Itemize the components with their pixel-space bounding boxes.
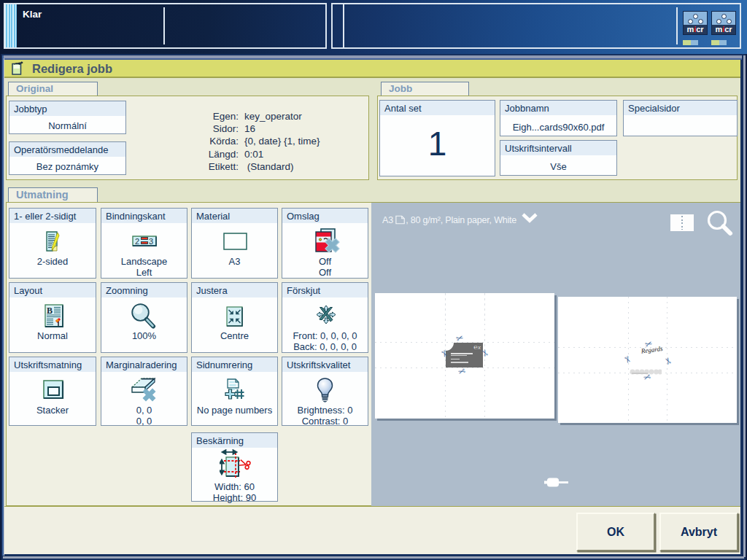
- svg-text:3: 3: [149, 237, 153, 246]
- svg-text:B: B: [47, 306, 53, 316]
- svg-text:2: 2: [135, 237, 139, 246]
